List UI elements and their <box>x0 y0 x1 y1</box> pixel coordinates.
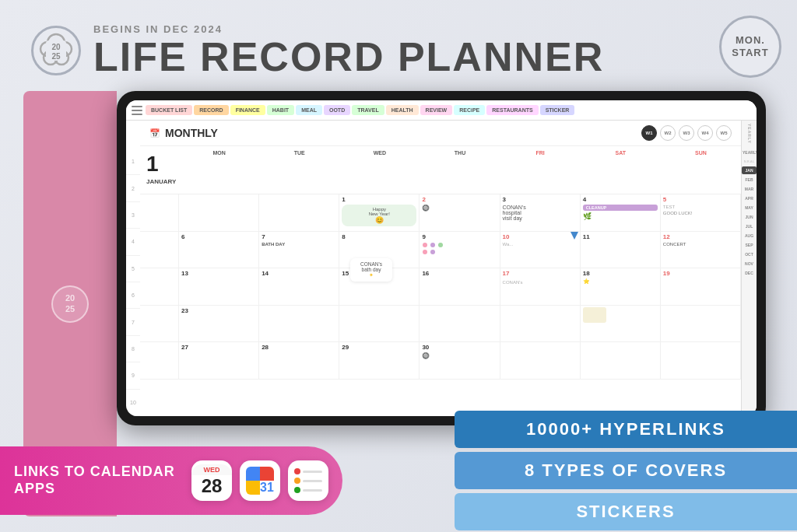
cal-days-header: 1 JANUARY MON TUE WED THU FRI SAT <box>140 146 741 194</box>
month-label: JANUARY <box>146 178 176 185</box>
cal-week-2: 6 7 BATH DAY 8 <box>140 232 741 269</box>
badge-hyperlinks-text: 10000+ HYPERLINKS <box>526 419 725 439</box>
tab-habit[interactable]: HABIT <box>267 105 294 115</box>
calendar-main: 📅 MONTHLY W1 W2 W3 W4 W5 <box>140 121 741 416</box>
week-badge-w1[interactable]: W1 <box>641 125 657 141</box>
yearly-tab[interactable]: YEARLY <box>742 149 757 156</box>
cal-cell-11: 11 <box>581 232 661 268</box>
blue-badges: 10000+ HYPERLINKS 8 TYPES OF COVERS STIC… <box>455 411 797 530</box>
week-num-4 <box>140 306 179 342</box>
gcal-grid: 31 <box>246 467 274 495</box>
cal-week-3: 13 14 15 16 <box>140 268 741 306</box>
svg-text:20: 20 <box>51 43 61 51</box>
page-wrapper: 20 25 BEGINS IN DEC 2024 LIFE RECORD PLA… <box>0 0 797 532</box>
week-badge-w3[interactable]: W3 <box>679 125 694 141</box>
left-cover-logo: 20 25 <box>51 285 89 323</box>
tab-ootd[interactable]: OOTD <box>324 105 350 115</box>
app-cal-num: 28 <box>202 475 223 497</box>
reminder-line-1 <box>303 471 322 473</box>
svg-text:25: 25 <box>51 52 61 61</box>
row-num-3: 3 <box>126 202 140 229</box>
tab-travel[interactable]: TRAVEL <box>352 105 384 115</box>
cal-cell-13: 13 <box>179 268 259 305</box>
reminder-item-1 <box>294 468 322 474</box>
gcal-number: 31 <box>260 481 274 495</box>
row-num-7: 7 <box>126 309 140 335</box>
oct-tab[interactable]: OCT <box>742 250 757 258</box>
mar-tab[interactable]: MAR <box>742 185 757 193</box>
tab-review[interactable]: REVIEW <box>420 105 453 115</box>
jul-tab[interactable]: JUL <box>742 222 757 230</box>
cal-grid: 1 Happy New Year! 😊 2 <box>140 194 741 416</box>
tab-recipe[interactable]: RECiPE <box>454 105 485 115</box>
cal-cell-10: 10 Wa... <box>500 232 581 268</box>
cal-cell-24 <box>259 306 339 342</box>
row-num-6: 6 <box>126 282 140 309</box>
nov-tab[interactable]: NOV <box>742 260 757 268</box>
reminder-dot-green <box>294 487 300 493</box>
app-gcal[interactable]: 31 <box>240 460 280 501</box>
badge-covers-text: 8 TYPES OF COVERS <box>525 460 727 481</box>
week-badges: W1 W2 W3 W4 W5 <box>641 125 732 141</box>
week-badge-w5[interactable]: W5 <box>716 125 732 141</box>
cal-cell-25 <box>339 306 420 342</box>
app-reminders[interactable] <box>288 460 328 501</box>
cal-cell-16: 16 <box>420 268 500 305</box>
day-sat: SAT <box>581 149 661 191</box>
cal-cell-empty2 <box>259 194 339 231</box>
week-num-5 <box>140 342 179 379</box>
may-tab[interactable]: MAY <box>742 204 757 212</box>
tab-bucket[interactable]: BUCKET LIST <box>146 105 192 115</box>
app-cal-date[interactable]: WED 28 <box>191 460 232 501</box>
cal-cell-6: 6 <box>179 232 259 268</box>
aug-tab[interactable]: AUG <box>742 232 757 240</box>
cal-cell-2: 2 🔘 <box>420 194 500 231</box>
tab-record[interactable]: RECORD <box>194 105 228 115</box>
cal-cell-30: 30 🔘 <box>420 342 500 379</box>
week-badge-w4[interactable]: W4 <box>697 125 713 141</box>
left-cover-year: 20 25 <box>65 293 75 313</box>
cal-cell-18: 18 ⭐ <box>581 268 661 305</box>
reminder-dot-orange <box>294 478 300 484</box>
dec-tab[interactable]: DEC <box>742 269 757 277</box>
day-thu: THU <box>420 149 500 191</box>
yearly-label: YEARLY <box>747 124 752 144</box>
hamburger-icon[interactable] <box>129 106 145 115</box>
cal-cell-empty1 <box>179 194 259 231</box>
tab-restaurants[interactable]: RESTAURANTS <box>486 105 538 115</box>
tab-sticker[interactable]: STICKER <box>540 105 575 115</box>
badge-covers: 8 TYPES OF COVERS <box>455 452 797 489</box>
badge-stickers: STICKERS <box>455 493 797 530</box>
day-sun: SUN <box>661 149 741 191</box>
cal-cell-4: 4 CLEANUP 🌿 <box>581 194 661 231</box>
cal-title: MONTHLY <box>165 127 641 139</box>
month-number: 1 JANUARY <box>140 149 182 188</box>
row-num-2: 2 <box>126 175 140 201</box>
sep-tab[interactable]: SEP <box>742 241 757 249</box>
jun-tab[interactable]: JUN <box>742 213 757 221</box>
tab-meal[interactable]: MEAL <box>296 105 322 115</box>
cal-week-5: 27 28 29 30 <box>140 342 741 380</box>
tabs-row: BUCKET LIST RECORD FINANCE HABIT MEAL OO… <box>126 100 757 121</box>
cal-cell-27b: 27 <box>179 342 259 379</box>
cal-cell-empty-su <box>661 342 741 379</box>
logo-badge: 20 25 <box>31 26 81 75</box>
week-num-2 <box>140 232 179 268</box>
tab-finance[interactable]: FINANCE <box>230 105 265 115</box>
cal-cell-28 <box>581 306 661 342</box>
conan-bath-note: CONAN'sbath day ✦ <box>350 258 392 282</box>
cal-week-4: 23 <box>140 306 741 343</box>
gcal-cell-blue <box>246 467 260 481</box>
title-block: BEGINS IN DEC 2024 LIFE RECORD PLANNER <box>93 23 604 77</box>
feb-tab[interactable]: FEB <box>742 176 757 184</box>
cal-cell-12: 12 CONCERT <box>661 232 741 268</box>
jan-tab[interactable]: JAN <box>742 166 757 174</box>
row-num-10: 10 <box>126 390 140 416</box>
week-badge-w2[interactable]: W2 <box>660 125 676 141</box>
cal-cell-26 <box>420 306 500 342</box>
yrly-tab[interactable]: N.R.AL <box>742 158 757 165</box>
apr-tab[interactable]: APR <box>742 194 757 202</box>
tab-health[interactable]: HEALTH <box>386 105 419 115</box>
cal-cell-29 <box>661 306 741 342</box>
cal-cell-14: 14 <box>259 268 339 305</box>
